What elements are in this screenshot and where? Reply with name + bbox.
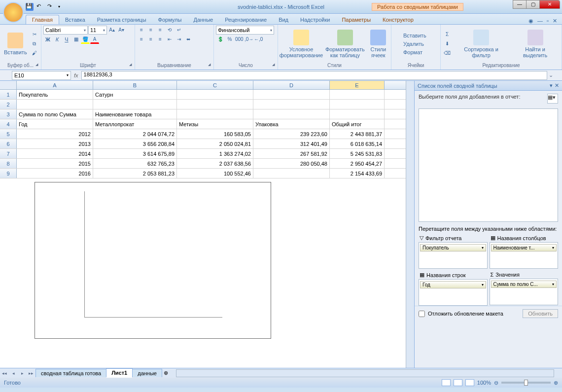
tab-design[interactable]: Конструктор <box>377 15 420 24</box>
column-header-c[interactable]: C <box>177 81 253 89</box>
cell[interactable] <box>253 169 330 178</box>
cell[interactable]: 239 223,60 <box>253 129 330 139</box>
expand-formula-bar-icon[interactable]: ⌄ <box>547 72 554 78</box>
cell[interactable]: Покупатель <box>17 90 93 99</box>
cell[interactable]: 632 765,23 <box>93 159 177 168</box>
values-area[interactable]: Сумма по полю С... <box>490 279 559 305</box>
save-icon[interactable]: 💾 <box>26 3 34 11</box>
percent-icon[interactable]: % <box>225 35 234 44</box>
bold-icon[interactable]: Ж <box>43 35 52 44</box>
cell[interactable]: 100 552,46 <box>177 169 253 178</box>
increase-indent-icon[interactable]: ⇥ <box>175 35 183 44</box>
cell[interactable] <box>253 100 330 109</box>
row-header[interactable]: 6 <box>0 139 17 148</box>
tab-view[interactable]: Вид <box>273 15 294 24</box>
taskpane-dropdown-icon[interactable]: ▾ <box>550 82 553 89</box>
font-size-combo[interactable]: 11 <box>88 26 107 35</box>
name-box[interactable]: E10 <box>12 71 71 80</box>
maximize-button[interactable]: ▢ <box>526 0 540 9</box>
rows-area[interactable]: Год <box>419 279 488 306</box>
cell[interactable]: 2 950 454,27 <box>330 159 385 168</box>
fx-icon[interactable]: fx <box>74 72 78 78</box>
new-sheet-icon[interactable]: ⊕ <box>164 370 168 376</box>
tab-addins[interactable]: Надстройки <box>294 15 336 24</box>
find-select-button[interactable]: Найти и выделить <box>511 29 560 59</box>
cell-styles-button[interactable]: Стили ячеек <box>368 29 389 59</box>
restore-window-icon[interactable]: ▫ <box>547 18 549 24</box>
redo-icon[interactable]: ↷ <box>47 3 55 11</box>
last-sheet-button[interactable]: ▸▸ <box>27 371 35 376</box>
cell[interactable]: Сумма по полю Сумма <box>17 109 93 119</box>
values-pill[interactable]: Сумма по полю С... <box>491 281 557 288</box>
paste-button[interactable]: Вставить <box>2 32 29 56</box>
undo-icon[interactable]: ↶ <box>36 3 44 11</box>
cell[interactable]: Общий итог <box>330 119 385 129</box>
cell[interactable]: 3 614 675,89 <box>93 149 177 158</box>
grow-font-icon[interactable]: A▴ <box>107 26 116 35</box>
format-cells-button[interactable]: Формат <box>393 48 427 56</box>
align-center-icon[interactable]: ≡ <box>146 35 155 44</box>
tab-insert[interactable]: Вставка <box>59 15 91 24</box>
cell[interactable]: Металлопрокат <box>93 119 177 129</box>
clear-icon[interactable]: ⌫ <box>443 49 452 58</box>
zoom-slider[interactable] <box>501 382 551 384</box>
row-header[interactable]: 1 <box>0 90 17 99</box>
cell[interactable]: 2 154 433,69 <box>330 169 385 178</box>
cell[interactable]: 2013 <box>17 139 93 148</box>
tab-page-layout[interactable]: Разметка страницы <box>91 15 152 24</box>
close-workbook-icon[interactable]: ✕ <box>553 18 557 24</box>
italic-icon[interactable]: К <box>53 35 62 44</box>
office-button[interactable] <box>3 2 24 23</box>
align-middle-icon[interactable]: ≡ <box>146 26 155 35</box>
column-header-a[interactable]: A <box>17 81 93 89</box>
row-header[interactable]: 8 <box>0 159 17 168</box>
zoom-level[interactable]: 100% <box>477 380 491 386</box>
qat-dropdown-icon[interactable]: ▾ <box>58 4 60 9</box>
first-sheet-button[interactable]: ◂◂ <box>0 371 9 376</box>
cell[interactable]: Наименование товара <box>93 109 177 119</box>
next-sheet-button[interactable]: ▸ <box>18 371 27 376</box>
cell[interactable]: 312 401,49 <box>253 139 330 148</box>
update-button[interactable]: Обновить <box>523 309 558 318</box>
minimize-ribbon-icon[interactable]: — <box>537 18 543 24</box>
cell[interactable]: 1 363 274,02 <box>177 149 253 158</box>
cell[interactable]: Сатурн <box>93 90 177 99</box>
rows-pill[interactable]: Год <box>420 281 486 288</box>
align-top-icon[interactable]: ≡ <box>137 26 146 35</box>
layout-options-button[interactable]: ▦▾ <box>547 94 558 104</box>
fill-color-icon[interactable]: 🪣 <box>81 35 90 44</box>
cell[interactable]: 2014 <box>17 149 93 158</box>
vertical-scrollbar[interactable] <box>406 81 414 368</box>
fill-icon[interactable]: ⬇ <box>443 39 452 48</box>
select-all-button[interactable] <box>0 81 17 89</box>
cell[interactable]: 2012 <box>17 129 93 139</box>
autosum-icon[interactable]: Σ <box>443 30 452 39</box>
filter-pill[interactable]: Покупатель <box>420 244 486 251</box>
cell[interactable] <box>17 100 93 109</box>
tab-formulas[interactable]: Формулы <box>152 15 188 24</box>
page-layout-view-icon[interactable] <box>454 379 462 386</box>
zoom-out-button[interactable]: ⊖ <box>494 380 498 386</box>
row-header[interactable]: 2 <box>0 100 17 109</box>
tab-data[interactable]: Данные <box>187 15 219 24</box>
underline-icon[interactable]: Ч <box>62 35 71 44</box>
align-right-icon[interactable]: ≡ <box>156 35 165 44</box>
cell[interactable] <box>253 90 330 99</box>
cell[interactable]: 280 050,48 <box>253 159 330 168</box>
formula-input[interactable]: 18812936,3 <box>81 71 547 80</box>
row-header[interactable]: 5 <box>0 129 17 139</box>
merge-icon[interactable]: ⬌ <box>184 35 193 44</box>
format-painter-icon[interactable]: 🖌 <box>30 49 39 58</box>
align-left-icon[interactable]: ≡ <box>137 35 146 44</box>
cell[interactable] <box>93 100 177 109</box>
cell[interactable] <box>177 90 253 99</box>
font-name-combo[interactable]: Calibri <box>43 26 88 35</box>
minimize-button[interactable]: — <box>513 0 527 9</box>
comma-icon[interactable]: 000 <box>235 35 244 44</box>
columns-area[interactable]: Наименование т... <box>490 242 559 269</box>
row-header[interactable]: 9 <box>0 169 17 178</box>
cell[interactable]: Упаковка <box>253 119 330 129</box>
cell[interactable]: 5 245 531,83 <box>330 149 385 158</box>
orientation-icon[interactable]: ⟲ <box>165 26 174 35</box>
wrap-text-icon[interactable]: ↵ <box>175 26 183 35</box>
